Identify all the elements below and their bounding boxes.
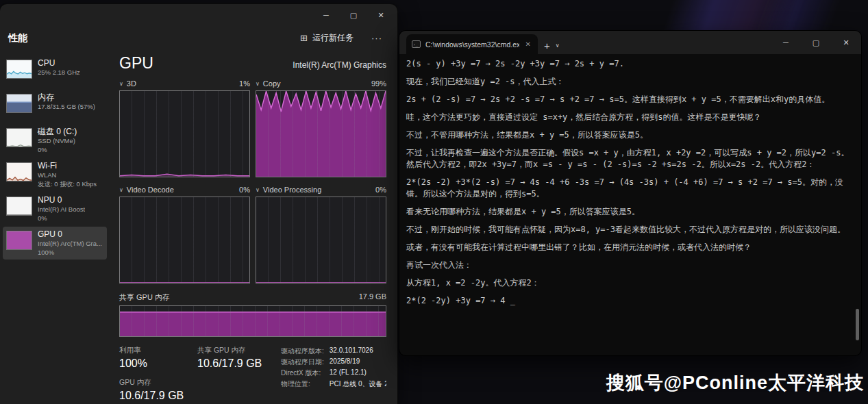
terminal-cursor: _ [510, 296, 515, 305]
terminal-line: 2*(2s -2) +3*(2 -s) =7 → 4s -4 +6 -3s =7… [406, 177, 852, 200]
minimize-button[interactable]: ─ [771, 31, 801, 54]
stats-column: 共享 GPU 内存 10.6/17.9 GB [197, 346, 281, 404]
sidebar-item-text: NPU 0 Intel(R) AI Boost 0% [38, 195, 85, 223]
chart-label-row: ∨ Video Processing 0% [256, 186, 386, 194]
sidebar-item-cpu[interactable]: CPU 25% 2.18 GHz [3, 55, 107, 88]
terminal-tab[interactable]: ›_ C:\windows\system32\cmd.ex ✕ [406, 34, 538, 54]
run-new-task-button[interactable]: ⊞ 运行新任务 [295, 29, 359, 47]
info-value: PCI 总线 0、设备 2、功... [330, 379, 386, 389]
memory-sparkline [6, 94, 32, 113]
terminal-window: ›_ C:\windows\system32\cmd.ex ✕ + ∨ ─ ▢ … [399, 31, 861, 355]
scrollbar[interactable] [854, 54, 860, 355]
disk-sparkline [6, 128, 32, 147]
terminal-line: 2*(2 -2y) +3y =7 → 4 _ [406, 295, 852, 307]
chart-label: Video Decode [127, 186, 174, 194]
terminal-line: 再试一次代入法： [406, 260, 852, 271]
gpu-memory-value: 10.6/17.9 GB [119, 390, 197, 402]
sidebar-item-detail: 100% [38, 249, 102, 257]
sidebar-item-detail: Intel(R) AI Boost [38, 205, 85, 214]
terminal-line: 不过，不管用哪种方法，结果都是x + y =5，所以答案应该是5。 [406, 129, 852, 141]
shared-memory-stat-label: 共享 GPU 内存 [197, 346, 281, 355]
chart-cell-video-processing: ∨ Video Processing 0% [256, 186, 386, 283]
gpu-name: Intel(R) Arc(TM) Graphics [293, 60, 386, 73]
maximize-button[interactable]: ▢ [801, 31, 831, 54]
chart-value: 0% [375, 186, 386, 194]
sidebar-item-detail: 发送: 0 接收: 0 Kbps [38, 180, 97, 189]
sidebar-item-memory[interactable]: 内存 17.8/31.5 GB (57%) [3, 90, 107, 123]
shared-memory-label: 共享 GPU 内存 [119, 292, 170, 303]
run-new-task-icon: ⊞ [300, 33, 308, 43]
chart-copy [256, 90, 386, 177]
terminal-line: 或者，有没有可能我在计算过程中哪里出错了？比如，在用消元法的时候，或者代入法的时… [406, 242, 852, 253]
chart-label-row: ∨ Video Decode 0% [119, 186, 250, 194]
terminal-line: 2(s - y) +3y =7 → 2s -2y +3y =7 → 2s + y… [406, 58, 852, 70]
chart-label-row: ∨ 3D 1% [119, 79, 250, 88]
info-value: 12 (FL 12.1) [330, 368, 386, 378]
terminal-line: 现在，我们已经知道y =2 -s，代入上式： [406, 76, 852, 88]
new-tab-button[interactable]: + [544, 40, 550, 51]
info-label: DirectX 版本: [281, 368, 324, 378]
chart-label: Video Processing [263, 186, 321, 194]
shared-memory-label-row: 共享 GPU 内存 17.9 GB [119, 292, 386, 303]
gpu-title: GPU [119, 54, 153, 73]
run-new-task-label: 运行新任务 [312, 32, 354, 44]
sidebar-item-detail: Intel(R) Arc(TM) Gra... [38, 240, 102, 249]
gpu-charts-grid: ∨ 3D 1% ∨ Copy 99% ∨ [119, 79, 386, 283]
terminal-titlebar: ›_ C:\windows\system32\cmd.ex ✕ + ∨ ─ ▢ … [399, 31, 861, 54]
info-label: 驱动程序日期: [281, 357, 324, 367]
close-button[interactable]: ✕ [367, 5, 395, 25]
sidebar-item-wifi[interactable]: Wi-Fi WLAN 发送: 0 接收: 0 Kbps [3, 158, 107, 191]
chart-cell-3d: ∨ 3D 1% [119, 79, 250, 177]
utilization-label: 利用率 [119, 346, 197, 355]
info-value: 32.0.101.7026 [330, 346, 386, 356]
sidebar-item-name: 磁盘 0 (C:) [38, 127, 77, 137]
task-manager-titlebar: ─ ▢ ✕ [0, 4, 397, 25]
cpu-sparkline [6, 60, 32, 79]
gpu-memory-label: GPU 内存 [119, 378, 197, 388]
chart-video-processing [256, 197, 386, 283]
sidebar-item-detail: 17.8/31.5 GB (57%) [38, 103, 95, 112]
header-actions: ⊞ 运行新任务 ··· [295, 29, 388, 47]
chart-cell-video-decode: ∨ Video Decode 0% [119, 186, 250, 283]
chart-label-row: ∨ Copy 99% [256, 79, 386, 88]
maximize-button[interactable]: ▢ [340, 5, 367, 25]
sidebar-item-npu[interactable]: NPU 0 Intel(R) AI Boost 0% [3, 192, 107, 225]
tab-close-icon[interactable]: ✕ [524, 40, 532, 48]
sidebar-item-name: CPU [38, 58, 80, 68]
chart-value: 1% [239, 79, 250, 88]
terminal-line: 不过，刚开始的时候，我可能有点怀疑，因为x=8, y=-3看起来数值比较大，不过… [406, 224, 852, 236]
sidebar-item-text: CPU 25% 2.18 GHz [38, 58, 80, 77]
chart-label: Copy [263, 79, 281, 88]
sidebar-item-disk[interactable]: 磁盘 0 (C:) SSD (NVMe) 0% [3, 124, 107, 157]
more-options-button[interactable]: ··· [366, 30, 388, 46]
cmd-icon: ›_ [412, 40, 421, 48]
stats-column: 利用率 100% GPU 内存 10.6/17.9 GB [119, 346, 197, 404]
terminal-line: 从方程1, x =2 -2y。代入方程2： [406, 277, 852, 289]
sidebar-item-text: GPU 0 Intel(R) Arc(TM) Gra... 100% [38, 229, 102, 257]
sidebar-item-text: Wi-Fi WLAN 发送: 0 接收: 0 Kbps [38, 161, 97, 189]
chart-video-decode [119, 197, 250, 283]
sidebar-item-gpu[interactable]: GPU 0 Intel(R) Arc(TM) Gra... 100% [3, 227, 107, 260]
window-controls: ─ ▢ ✕ [312, 5, 395, 25]
sidebar-item-name: GPU 0 [38, 229, 102, 240]
performance-sidebar: CPU 25% 2.18 GHz 内存 17.8/31.5 GB (57%) 磁… [0, 54, 110, 402]
gpu-details-panel: GPU Intel(R) Arc(TM) Graphics ∨ 3D 1% ∨ … [110, 54, 397, 402]
chevron-down-icon[interactable]: ∨ [119, 81, 123, 87]
tab-dropdown-icon[interactable]: ∨ [556, 42, 560, 49]
sidebar-item-name: NPU 0 [38, 195, 85, 205]
chevron-down-icon[interactable]: ∨ [119, 187, 123, 193]
chevron-down-icon[interactable]: ∨ [256, 187, 260, 193]
task-manager-body: CPU 25% 2.18 GHz 内存 17.8/31.5 GB (57%) 磁… [0, 54, 397, 402]
terminal-line-text: 2*(2 -2y) +3y =7 → 4 [406, 296, 510, 305]
tab-title: C:\windows\system32\cmd.ex [425, 40, 519, 49]
npu-sparkline [6, 197, 32, 216]
minimize-button[interactable]: ─ [312, 5, 340, 25]
chart-shared-gpu-memory [119, 305, 386, 337]
scrollbar-thumb[interactable] [856, 309, 859, 340]
chevron-down-icon[interactable]: ∨ [256, 81, 260, 87]
terminal-line: 看来无论用哪种方法，结果都是x + y =5，所以答案应该是5。 [406, 206, 852, 218]
close-button[interactable]: ✕ [831, 31, 861, 54]
sidebar-item-detail: 25% 2.18 GHz [38, 68, 80, 77]
chart-label: 3D [127, 79, 136, 88]
terminal-line: 不过，让我再检查一遍这个方法是否正确。假设s =x + y，由方程1, x +2… [406, 147, 852, 171]
